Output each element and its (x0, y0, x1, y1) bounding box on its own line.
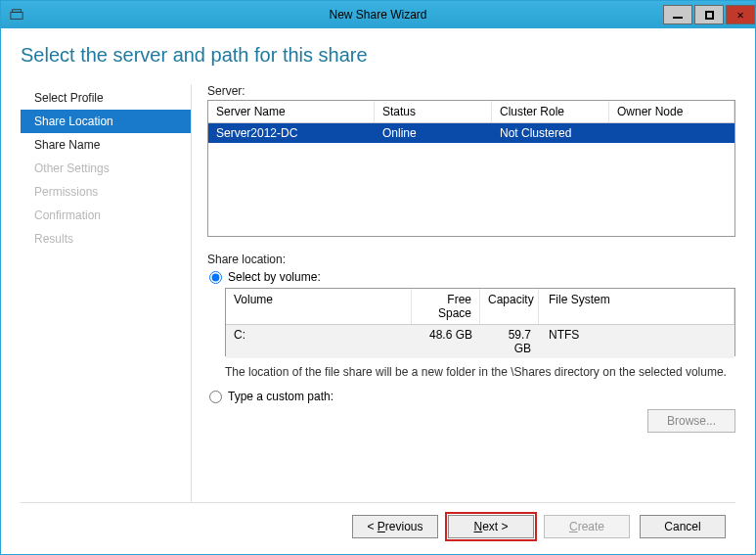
step-confirmation: Confirmation (21, 204, 191, 227)
volume-help-text: The location of the file share will be a… (225, 364, 735, 380)
share-location-section: Share location: Select by volume: Volume… (207, 253, 735, 433)
titlebar: New Share Wizard ✕ (1, 1, 755, 28)
server-grid: Server Name Status Cluster Role Owner No… (207, 100, 735, 237)
share-location-label: Share location: (207, 253, 735, 266)
cell-free-space: 48.6 GB (412, 325, 480, 358)
cell-cluster-role: Not Clustered (492, 123, 609, 143)
page-title: Select the server and path for this shar… (21, 44, 735, 67)
col-free-space[interactable]: Free Space (412, 289, 480, 324)
server-grid-header: Server Name Status Cluster Role Owner No… (208, 101, 734, 123)
window-title: New Share Wizard (1, 8, 755, 22)
col-volume[interactable]: Volume (226, 289, 412, 324)
step-select-profile[interactable]: Select Profile (21, 86, 191, 110)
option-select-by-volume[interactable]: Select by volume: (207, 270, 735, 284)
option-custom-path[interactable]: Type a custom path: (207, 390, 735, 403)
radio-volume[interactable] (209, 271, 222, 284)
cell-capacity: 59.7 GB (480, 325, 539, 358)
cancel-button[interactable]: Cancel (640, 515, 726, 538)
wizard-window: New Share Wizard ✕ Select the server and… (0, 0, 756, 555)
wizard-steps: Select Profile Share Location Share Name… (21, 84, 192, 502)
server-row[interactable]: Server2012-DC Online Not Clustered (208, 123, 734, 143)
col-cluster-role[interactable]: Cluster Role (492, 101, 609, 122)
content-area: Select the server and path for this shar… (1, 28, 755, 554)
col-server-name[interactable]: Server Name (208, 101, 375, 122)
previous-button[interactable]: < Previous (352, 515, 438, 538)
col-capacity[interactable]: Capacity (480, 289, 539, 324)
footer-buttons: < Previous Next > Create Cancel (21, 502, 735, 544)
volume-grid-header: Volume Free Space Capacity File System (226, 289, 734, 325)
radio-custom-path[interactable] (209, 391, 222, 403)
cell-owner-node (609, 123, 734, 143)
col-owner-node[interactable]: Owner Node (609, 101, 734, 122)
custom-path-row: Browse... (225, 409, 735, 433)
create-button: Create (544, 515, 630, 538)
col-file-system[interactable]: File System (539, 289, 734, 324)
radio-custom-path-label: Type a custom path: (228, 390, 334, 403)
step-permissions: Permissions (21, 180, 191, 204)
volume-grid: Volume Free Space Capacity File System C… (225, 288, 735, 356)
main-panel: Server: Server Name Status Cluster Role … (192, 84, 735, 502)
step-other-settings: Other Settings (21, 157, 191, 180)
server-label: Server: (207, 84, 735, 98)
cell-status: Online (375, 123, 492, 143)
browse-button: Browse... (647, 409, 735, 433)
step-results: Results (21, 227, 191, 251)
volume-row[interactable]: C: 48.6 GB 59.7 GB NTFS (226, 325, 734, 358)
cell-server-name: Server2012-DC (208, 123, 375, 143)
body-split: Select Profile Share Location Share Name… (21, 84, 735, 502)
cell-volume: C: (226, 325, 412, 358)
radio-volume-label: Select by volume: (228, 270, 321, 284)
next-button[interactable]: Next > (448, 515, 534, 538)
cell-file-system: NTFS (539, 325, 734, 358)
step-share-location[interactable]: Share Location (21, 110, 191, 133)
col-status[interactable]: Status (375, 101, 492, 122)
step-share-name[interactable]: Share Name (21, 133, 191, 157)
